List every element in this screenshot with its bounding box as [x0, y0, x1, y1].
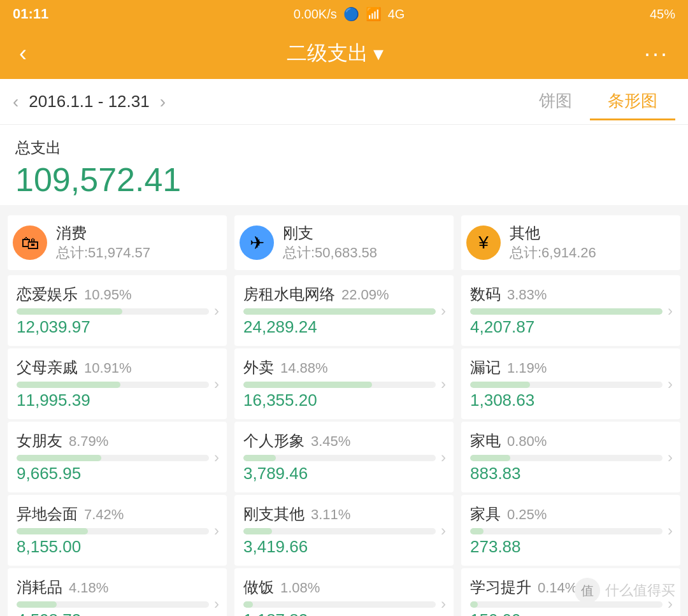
- item-percent: 1.19%: [507, 360, 547, 376]
- item-bar: [17, 528, 88, 534]
- item-top-1-1: 恋爱娱乐10.95%: [17, 284, 209, 304]
- item-name: 外卖: [243, 357, 274, 378]
- item-left-2-1: 房租水电网络22.09%24,289.24: [243, 284, 436, 337]
- item-amount: 4,207.87: [470, 317, 663, 337]
- item-left-2-5: 做饭1.08%1,187.82: [243, 577, 436, 616]
- item-percent: 0.14%: [538, 580, 577, 596]
- item-name: 异地会面: [17, 504, 78, 524]
- item-left-3-2: 漏记1.19%1,308.63: [470, 357, 663, 410]
- chevron-right-icon: ›: [441, 302, 446, 320]
- item-percent: 0.80%: [507, 433, 547, 450]
- tab-bar[interactable]: 条形图: [590, 83, 675, 120]
- item-name: 做饭: [243, 577, 274, 598]
- list-item[interactable]: 做饭1.08%1,187.82›: [234, 568, 454, 616]
- item-bar: [243, 528, 272, 534]
- item-left-3-3: 家电0.80%883.83: [470, 431, 663, 483]
- watermark-text: 什么值得买: [605, 581, 675, 600]
- item-bar: [470, 455, 510, 461]
- column-1: 🛍消费总计:51,974.57恋爱娱乐10.95%12,039.97›父母亲戚1…: [8, 215, 227, 616]
- item-bar: [243, 601, 253, 608]
- cat-icon-2: ✈: [240, 226, 274, 260]
- list-item[interactable]: 异地会面7.42%8,155.00›: [8, 495, 227, 566]
- item-top-2-5: 做饭1.08%: [243, 577, 436, 598]
- item-amount: 11,995.39: [17, 390, 209, 410]
- item-amount: 273.88: [470, 537, 663, 557]
- item-name: 家具: [470, 504, 501, 524]
- cat-info-1: 消费总计:51,974.57: [56, 223, 150, 262]
- main-content: 🛍消费总计:51,974.57恋爱娱乐10.95%12,039.97›父母亲戚1…: [0, 205, 688, 616]
- back-button[interactable]: ‹: [19, 40, 27, 67]
- item-name: 恋爱娱乐: [17, 284, 78, 304]
- list-item[interactable]: 刚支其他3.11%3,419.66›: [234, 495, 454, 566]
- list-item[interactable]: 房租水电网络22.09%24,289.24›: [234, 275, 454, 346]
- list-item[interactable]: 女朋友8.79%9,665.95›: [8, 422, 227, 492]
- cat-info-2: 刚支总计:50,683.58: [283, 223, 377, 262]
- list-item[interactable]: 家具0.25%273.88›: [461, 495, 680, 566]
- title-dropdown-icon[interactable]: ▾: [373, 41, 383, 66]
- item-bar: [243, 308, 436, 315]
- more-button[interactable]: ···: [644, 40, 669, 67]
- status-center: 0.00K/s 🔵 📶 4G: [294, 6, 405, 22]
- item-amount: 3,419.66: [243, 537, 436, 557]
- list-item[interactable]: 父母亲戚10.91%11,995.39›: [8, 348, 227, 419]
- item-name: 学习提升: [470, 577, 531, 598]
- item-name: 父母亲戚: [17, 357, 78, 378]
- list-item[interactable]: 家电0.80%883.83›: [461, 422, 680, 492]
- list-item[interactable]: 个人形象3.45%3,789.46›: [234, 422, 454, 492]
- item-amount: 16,355.20: [243, 390, 436, 410]
- item-amount: 1,187.82: [243, 610, 436, 616]
- chart-type-tabs: 饼图 条形图: [521, 83, 675, 120]
- item-bar-wrap: [17, 601, 209, 608]
- item-bar-wrap: [470, 308, 663, 315]
- item-name: 刚支其他: [243, 504, 305, 524]
- status-time: 01:11: [13, 6, 48, 22]
- header-title-group: 二级支出 ▾: [287, 39, 383, 68]
- item-bar: [243, 455, 276, 461]
- prev-period-button[interactable]: ‹: [13, 92, 18, 112]
- list-item[interactable]: 外卖14.88%16,355.20›: [234, 348, 454, 419]
- watermark: 值 什么值得买: [575, 578, 675, 603]
- cat-header-1: 🛍消费总计:51,974.57: [8, 215, 227, 270]
- battery: 45%: [650, 7, 675, 22]
- chevron-right-icon: ›: [214, 302, 219, 320]
- item-left-2-2: 外卖14.88%16,355.20: [243, 357, 436, 410]
- item-percent: 14.88%: [280, 360, 328, 376]
- item-amount: 12,039.97: [17, 317, 209, 337]
- list-item[interactable]: 数码3.83%4,207.87›: [461, 275, 680, 346]
- cat-total-1: 总计:51,974.57: [56, 243, 150, 262]
- item-top-3-1: 数码3.83%: [470, 284, 663, 304]
- item-name: 数码: [470, 284, 501, 304]
- total-section: 总支出 109,572.41: [0, 125, 688, 205]
- cat-info-3: 其他总计:6,914.26: [510, 223, 596, 262]
- list-item[interactable]: 恋爱娱乐10.95%12,039.97›: [8, 275, 227, 346]
- item-bar-wrap: [243, 382, 436, 388]
- list-item[interactable]: 消耗品4.18%4,598.73›: [8, 568, 227, 616]
- item-bar-wrap: [470, 528, 663, 534]
- wifi-icon: 📶: [366, 6, 382, 22]
- item-amount: 883.83: [470, 464, 663, 483]
- cat-icon-3: ¥: [466, 226, 501, 260]
- cat-total-2: 总计:50,683.58: [283, 243, 377, 262]
- column-2: ✈刚支总计:50,683.58房租水电网络22.09%24,289.24›外卖1…: [234, 215, 454, 616]
- item-percent: 4.18%: [69, 580, 108, 596]
- tab-pie[interactable]: 饼图: [521, 83, 590, 120]
- network-speed: 0.00K/s: [294, 7, 337, 22]
- item-left-1-5: 消耗品4.18%4,598.73: [17, 577, 209, 616]
- list-item[interactable]: 漏记1.19%1,308.63›: [461, 348, 680, 419]
- item-bar-wrap: [243, 308, 436, 315]
- nav-bar: ‹ 2016.1.1 - 12.31 › 饼图 条形图: [0, 79, 688, 125]
- item-bar-wrap: [17, 382, 209, 388]
- item-left-1-2: 父母亲戚10.91%11,995.39: [17, 357, 209, 410]
- next-period-button[interactable]: ›: [160, 92, 166, 112]
- item-bar: [470, 308, 663, 315]
- chevron-right-icon: ›: [214, 595, 219, 613]
- item-bar-wrap: [243, 601, 436, 608]
- page-title: 二级支出: [287, 39, 368, 68]
- item-percent: 3.83%: [507, 287, 547, 303]
- item-top-3-4: 家具0.25%: [470, 504, 663, 524]
- chevron-right-icon: ›: [441, 595, 446, 613]
- item-name: 漏记: [470, 357, 501, 378]
- cat-header-2: ✈刚支总计:50,683.58: [234, 215, 454, 270]
- chevron-right-icon: ›: [668, 375, 673, 393]
- item-percent: 7.42%: [84, 506, 124, 523]
